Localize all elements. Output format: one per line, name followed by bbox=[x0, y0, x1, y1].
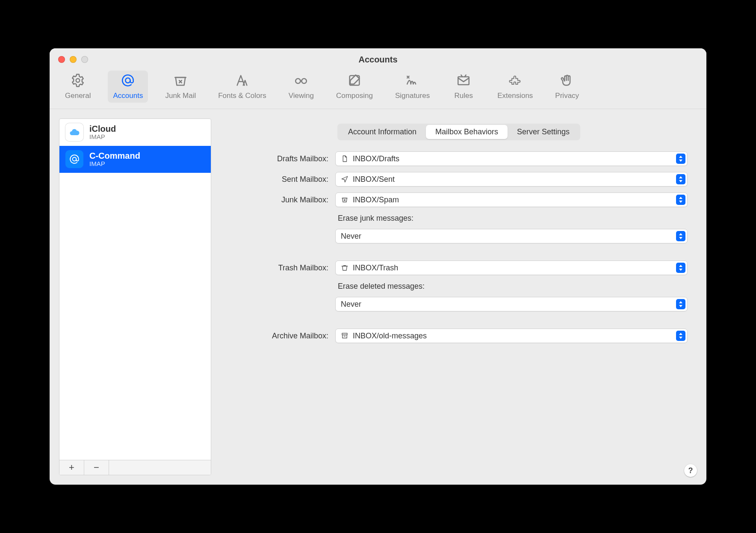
popup-value: INBOX/Trash bbox=[353, 264, 398, 272]
junk-bin-icon bbox=[341, 196, 348, 204]
toolbar-extensions[interactable]: Extensions bbox=[492, 71, 538, 103]
toolbar-general[interactable]: General bbox=[60, 71, 96, 103]
stepper-icon bbox=[676, 195, 685, 205]
rules-envelope-icon bbox=[456, 73, 471, 90]
sidebar-footer: + − bbox=[59, 460, 211, 475]
erase-junk-label: Erase junk messages: bbox=[335, 213, 688, 223]
account-settings-panel: Account Information Mailbox Behaviors Se… bbox=[221, 118, 697, 475]
erase-junk-popup[interactable]: Never bbox=[335, 229, 688, 243]
erase-deleted-popup[interactable]: Never bbox=[335, 297, 688, 311]
svg-rect-7 bbox=[342, 333, 347, 335]
svg-point-3 bbox=[302, 79, 307, 83]
account-item-icloud[interactable]: iCloud IMAP bbox=[59, 119, 211, 146]
toolbar-label: Extensions bbox=[497, 92, 533, 100]
erase-deleted-label: Erase deleted messages: bbox=[335, 281, 688, 291]
toolbar-composing[interactable]: Composing bbox=[331, 71, 378, 103]
svg-point-6 bbox=[73, 157, 77, 161]
tab-account-information[interactable]: Account Information bbox=[339, 125, 426, 139]
account-text: C-Command IMAP bbox=[89, 151, 140, 168]
glasses-icon bbox=[294, 73, 308, 90]
toolbar-privacy[interactable]: Privacy bbox=[550, 71, 584, 103]
junk-mailbox-label: Junk Mailbox: bbox=[230, 195, 328, 204]
accounts-sidebar: iCloud IMAP C-Command IMAP bbox=[59, 118, 211, 475]
sidebar-footer-spacer bbox=[109, 460, 211, 475]
add-account-button[interactable]: + bbox=[59, 460, 84, 475]
stepper-icon bbox=[676, 174, 685, 184]
tab-server-settings[interactable]: Server Settings bbox=[508, 125, 579, 139]
icloud-icon bbox=[65, 123, 83, 141]
traffic-lights bbox=[58, 56, 88, 63]
at-icon bbox=[65, 150, 83, 168]
junk-mailbox-popup[interactable]: INBOX/Spam bbox=[335, 192, 688, 207]
tab-mailbox-behaviors[interactable]: Mailbox Behaviors bbox=[426, 125, 508, 139]
toolbar-label: Viewing bbox=[289, 92, 314, 100]
stepper-icon bbox=[676, 154, 685, 164]
popup-value: INBOX/Spam bbox=[353, 195, 399, 204]
stepper-icon bbox=[676, 263, 685, 273]
at-sign-icon bbox=[121, 73, 135, 90]
account-name: C-Command bbox=[89, 151, 140, 160]
popup-value: Never bbox=[341, 232, 361, 241]
document-icon bbox=[341, 155, 348, 163]
archive-box-icon bbox=[341, 332, 348, 340]
minimize-window-button[interactable] bbox=[70, 56, 77, 63]
drafts-mailbox-label: Drafts Mailbox: bbox=[230, 154, 328, 163]
svg-rect-5 bbox=[458, 77, 469, 85]
popup-value: INBOX/Sent bbox=[353, 175, 395, 184]
stepper-icon bbox=[676, 331, 685, 341]
preferences-toolbar: General Accounts Junk Mail Fonts & Color… bbox=[50, 71, 706, 109]
sent-mailbox-label: Sent Mailbox: bbox=[230, 175, 328, 184]
trash-icon bbox=[341, 264, 348, 272]
window-body: iCloud IMAP C-Command IMAP bbox=[50, 109, 706, 485]
drafts-mailbox-popup[interactable]: INBOX/Drafts bbox=[335, 151, 688, 166]
account-subtitle: IMAP bbox=[89, 160, 140, 168]
window-title: Accounts bbox=[358, 55, 397, 65]
account-item-c-command[interactable]: C-Command IMAP bbox=[59, 146, 211, 173]
archive-mailbox-label: Archive Mailbox: bbox=[230, 332, 328, 341]
toolbar-label: General bbox=[65, 92, 91, 100]
font-icon bbox=[235, 73, 249, 90]
account-text: iCloud IMAP bbox=[89, 124, 116, 141]
archive-mailbox-popup[interactable]: INBOX/old-messages bbox=[335, 329, 688, 343]
toolbar-fonts-colors[interactable]: Fonts & Colors bbox=[213, 71, 271, 103]
close-window-button[interactable] bbox=[58, 56, 65, 63]
signature-icon bbox=[405, 73, 420, 90]
trash-mailbox-popup[interactable]: INBOX/Trash bbox=[335, 261, 688, 275]
preferences-window: Accounts General Accounts Junk Mail bbox=[50, 48, 706, 485]
toolbar-rules[interactable]: Rules bbox=[447, 71, 480, 103]
titlebar: Accounts bbox=[50, 48, 706, 71]
toolbar-label: Junk Mail bbox=[165, 92, 196, 100]
toolbar-viewing[interactable]: Viewing bbox=[284, 71, 319, 103]
account-list: iCloud IMAP C-Command IMAP bbox=[59, 119, 211, 460]
stepper-icon bbox=[676, 231, 685, 241]
svg-point-1 bbox=[126, 78, 130, 83]
svg-point-0 bbox=[76, 79, 80, 83]
toolbar-signatures[interactable]: Signatures bbox=[390, 71, 435, 103]
stepper-icon bbox=[676, 299, 685, 309]
popup-value: INBOX/Drafts bbox=[353, 154, 399, 163]
sent-mailbox-popup[interactable]: INBOX/Sent bbox=[335, 172, 688, 187]
help-button[interactable]: ? bbox=[684, 464, 697, 477]
toolbar-label: Signatures bbox=[395, 92, 430, 100]
puzzle-icon bbox=[508, 73, 523, 90]
account-tabs: Account Information Mailbox Behaviors Se… bbox=[337, 124, 580, 140]
mailbox-behaviors-form: Drafts Mailbox: INBOX/Drafts Sent Mailbo… bbox=[230, 151, 688, 343]
account-subtitle: IMAP bbox=[89, 133, 116, 141]
popup-value: INBOX/old-messages bbox=[353, 332, 427, 341]
paper-plane-icon bbox=[341, 175, 348, 183]
svg-point-2 bbox=[296, 79, 301, 83]
toolbar-label: Composing bbox=[336, 92, 373, 100]
hand-icon bbox=[560, 73, 574, 90]
account-name: iCloud bbox=[89, 124, 116, 133]
remove-account-button[interactable]: − bbox=[84, 460, 109, 475]
toolbar-accounts[interactable]: Accounts bbox=[108, 71, 148, 103]
gear-icon bbox=[71, 73, 85, 90]
toolbar-label: Fonts & Colors bbox=[218, 92, 266, 100]
compose-icon bbox=[347, 73, 362, 90]
popup-value: Never bbox=[341, 300, 361, 309]
toolbar-junk-mail[interactable]: Junk Mail bbox=[160, 71, 201, 103]
toolbar-label: Rules bbox=[454, 92, 472, 100]
zoom-window-button[interactable] bbox=[81, 56, 88, 63]
trash-mailbox-label: Trash Mailbox: bbox=[230, 264, 328, 272]
toolbar-label: Privacy bbox=[555, 92, 579, 100]
